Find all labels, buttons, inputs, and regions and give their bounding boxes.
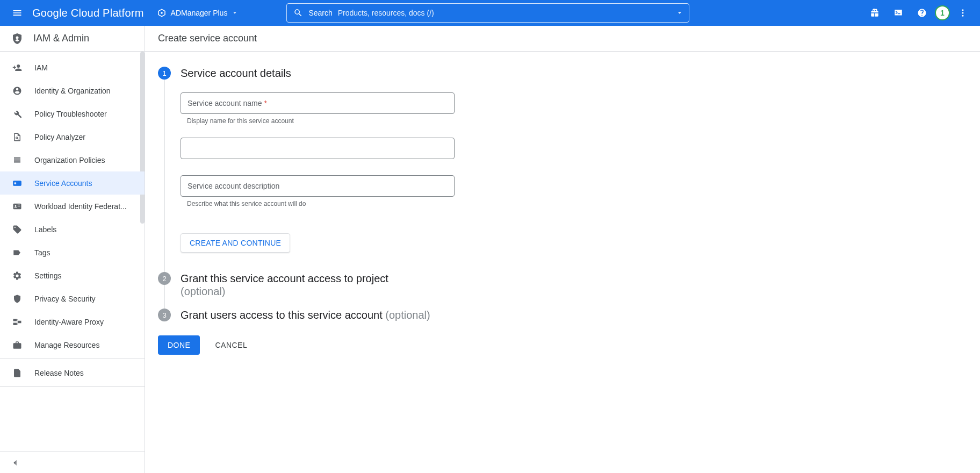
service-account-description-field[interactable]: Service account description Describe wha… [181,175,455,207]
sidebar-title: IAM & Admin [33,33,89,44]
create-and-continue-button[interactable]: CREATE AND CONTINUE [181,233,290,253]
sidebar-item-policy-troubleshooter[interactable]: Policy Troubleshooter [0,102,145,125]
appbar: Google Cloud Platform ADManager Plus Sea… [0,0,980,26]
sidebar-header[interactable]: IAM & Admin [0,26,145,52]
chevron-left-icon [11,458,19,467]
step-3-title: Grant users access to this service accou… [181,309,642,321]
tag-icon [12,225,22,234]
more-vert-icon [958,8,968,18]
sidebar-item-iap[interactable]: Identity-Aware Proxy [0,310,145,333]
cancel-button[interactable]: CANCEL [215,341,247,349]
list-icon [12,155,22,165]
sidebar-item-release-notes[interactable]: Release Notes [0,361,145,384]
cloud-shell-button[interactable] [888,0,909,26]
avatar-badge: 1 [935,5,950,20]
step-1: 1 Service account details Service accoun… [158,67,642,272]
person-add-icon [12,63,22,73]
step-3[interactable]: 3 Grant users access to this service acc… [158,309,642,322]
caret-down-icon [232,10,238,16]
main: Create service account 1 Service account… [145,26,980,473]
sidebar-item-label: Organization Policies [34,156,136,164]
svg-point-2 [962,12,964,14]
search-dropdown-icon[interactable] [676,9,683,17]
notes-icon [12,368,22,378]
sidebar-item-label: Identity & Organization [34,87,136,95]
sidebar-item-label: Workload Identity Federat... [34,202,136,211]
sidebar-item-label: IAM [34,63,136,72]
desc-helper-text: Describe what this service account will … [187,200,455,207]
sidebar-item-manage-resources[interactable]: Manage Resources [0,333,145,356]
sidebar-item-label: Policy Analyzer [34,133,136,141]
step-3-badge: 3 [158,309,171,321]
project-picker[interactable]: ADManager Plus [157,8,239,18]
sidebar-item-org-policies[interactable]: Organization Policies [0,148,145,171]
sidebar: IAM & Admin IAM Identity & Organization … [0,26,145,473]
required-marker: * [264,99,267,108]
svg-point-1 [962,9,964,11]
done-button[interactable]: DONE [158,335,200,355]
sidebar-item-service-accounts[interactable]: Service Accounts [0,171,145,195]
name-helper-text: Display name for this service account [187,117,455,125]
step-3-optional: (optional) [385,309,430,321]
sidebar-item-label: Privacy & Security [34,295,136,303]
sidebar-item-iam[interactable]: IAM [0,56,145,79]
product-name: Google Cloud Platform [32,7,144,19]
proxy-icon [12,317,22,327]
step-2-title: Grant this service account access to pro… [181,272,642,298]
nav-menu-button[interactable] [4,0,30,26]
page-title: Create service account [145,26,980,52]
cloud-shell-icon [893,8,903,18]
menu-icon [12,8,23,18]
sidebar-item-label: Policy Troubleshooter [34,110,136,118]
sidebar-item-label: Service Accounts [34,179,136,188]
more-button[interactable] [952,0,974,26]
sidebar-item-privacy-security[interactable]: Privacy & Security [0,287,145,310]
step-1-title: Service account details [181,67,642,80]
gift-icon [870,8,880,18]
sidebar-item-labels[interactable]: Labels [0,218,145,241]
service-account-id-field[interactable] [181,138,455,159]
project-icon [157,8,167,18]
svg-point-3 [962,15,964,17]
search-icon [293,8,303,18]
sidebar-item-workload-identity[interactable]: Workload Identity Federat... [0,195,145,218]
sidebar-item-label: Tags [34,248,136,257]
help-icon [917,8,927,18]
sidebar-item-policy-analyzer[interactable]: Policy Analyzer [0,125,145,148]
svg-point-0 [161,12,163,14]
action-row: DONE CANCEL [158,335,642,355]
person-circle-icon [12,86,22,96]
step-2-optional: (optional) [181,285,225,297]
search-box[interactable]: Search [286,3,689,23]
doc-search-icon [12,132,22,142]
gift-button[interactable] [864,0,885,26]
gear-icon [12,271,22,281]
svg-point-5 [16,137,18,138]
sidebar-item-label: Labels [34,225,136,234]
sidebar-item-label: Release Notes [34,369,136,377]
search-input[interactable] [338,9,683,17]
step-2-badge: 2 [158,272,171,285]
sidebar-item-label: Manage Resources [34,341,136,349]
service-account-icon [12,178,22,188]
appbar-right: 1 [864,0,976,26]
service-account-name-field[interactable]: Service account name* Display name for t… [181,92,455,125]
search-label: Search [308,9,332,17]
label-arrow-icon [12,248,22,257]
step-2[interactable]: 2 Grant this service account access to p… [158,272,642,309]
sidebar-collapse-button[interactable] [0,452,145,473]
briefcase-gear-icon [12,340,22,350]
id-card-icon [12,202,22,211]
project-name: ADManager Plus [171,9,228,17]
step-1-badge: 1 [158,67,171,80]
notifications-button[interactable]: 1 [935,0,950,26]
name-input-placeholder: Service account name [188,99,262,108]
sidebar-item-tags[interactable]: Tags [0,241,145,264]
sidebar-item-label: Identity-Aware Proxy [34,318,136,326]
iam-admin-shield-icon [11,32,24,45]
sidebar-item-identity-org[interactable]: Identity & Organization [0,79,145,102]
help-button[interactable] [911,0,933,26]
sidebar-item-label: Settings [34,271,136,280]
sidebar-item-settings[interactable]: Settings [0,264,145,287]
svg-point-4 [16,36,19,39]
